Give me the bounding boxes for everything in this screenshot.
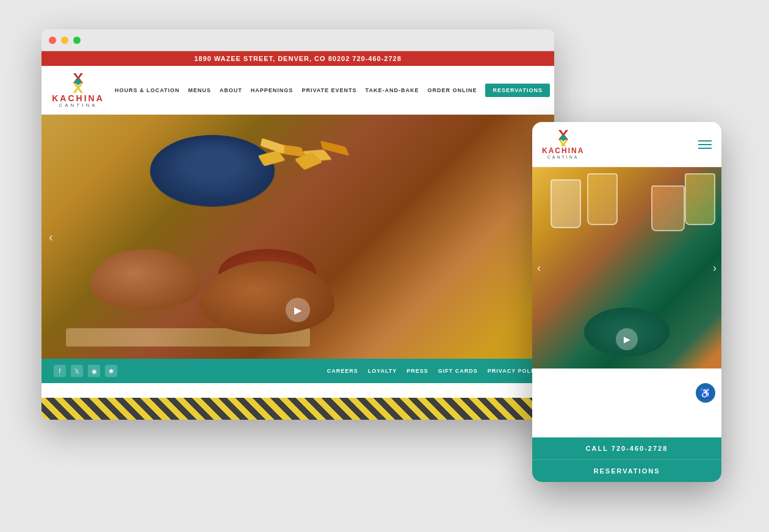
nav-links: HOURS & LOCATION MENUS ABOUT HAPPENINGS … <box>115 84 550 97</box>
mobile-next-button[interactable]: › <box>713 262 717 275</box>
mobile-call-button[interactable]: CALL 720-460-2728 <box>532 437 721 460</box>
logo-sub-desktop: CANTINA <box>59 102 97 108</box>
kachina-logo-icon <box>65 72 92 94</box>
nav-happenings[interactable]: HAPPENINGS <box>251 87 294 93</box>
desktop-footer: f 𝕏 ◉ ✱ CAREERS LOYALTY PRESS GIFT CARDS… <box>42 359 554 383</box>
main-nav: KACHINA CANTINA HOURS & LOCATION MENUS A… <box>42 66 554 115</box>
nav-order-online[interactable]: ORDER ONLINE <box>427 87 477 93</box>
close-dot[interactable] <box>49 37 56 44</box>
hero-play-button[interactable]: ▶ <box>286 298 310 322</box>
footer-links: CAREERS LOYALTY PRESS GIFT CARDS PRIVACY… <box>327 368 542 374</box>
yellow-construction-stripe <box>42 398 554 420</box>
footer-gift-cards[interactable]: GIFT CARDS <box>438 368 478 374</box>
drink-glass-4 <box>685 173 715 225</box>
desktop-browser: 1890 WAZEE STREET, DENVER, CO 80202 720-… <box>42 29 554 420</box>
nav-reservations-button[interactable]: RESERVATIONS <box>485 84 550 97</box>
desktop-logo[interactable]: KACHINA CANTINA <box>54 72 103 108</box>
announcement-text: 1890 WAZEE STREET, DENVER, CO 80202 720-… <box>194 55 402 62</box>
drink-glass-1 <box>551 179 581 228</box>
footer-press[interactable]: PRESS <box>406 368 428 374</box>
announcement-bar: 1890 WAZEE STREET, DENVER, CO 80202 720-… <box>42 51 554 66</box>
hamburger-line-2 <box>698 144 712 145</box>
twitter-icon[interactable]: 𝕏 <box>71 365 83 377</box>
yelp-icon[interactable]: ✱ <box>105 365 117 377</box>
hamburger-menu[interactable] <box>698 140 712 149</box>
scene: 1890 WAZEE STREET, DENVER, CO 80202 720-… <box>0 0 769 532</box>
social-icons: f 𝕏 ◉ ✱ <box>54 365 117 377</box>
nav-take-and-bake[interactable]: TAKE-AND-BAKE <box>366 87 419 93</box>
mobile-play-button[interactable]: ▶ <box>616 328 638 350</box>
accessibility-button[interactable]: ♿ <box>696 383 715 403</box>
mobile-logo-icon <box>552 129 574 146</box>
mobile-cta-area: CALL 720-460-2728 RESERVATIONS <box>532 437 721 482</box>
mobile-logo-sub: CANTINA <box>547 155 579 159</box>
footer-careers[interactable]: CAREERS <box>327 368 358 374</box>
hero-background <box>42 115 554 359</box>
accessibility-icon: ♿ <box>699 387 712 399</box>
footer-loyalty[interactable]: LOYALTY <box>368 368 397 374</box>
logo-name-desktop: KACHINA <box>52 94 104 102</box>
mobile-hero: ‹ › ▶ <box>532 167 721 368</box>
mobile-browser: KACHINA CANTINA ‹ › ▶ <box>532 122 721 482</box>
hero-overlay <box>42 115 554 359</box>
mobile-prev-button[interactable]: ‹ <box>537 262 541 275</box>
mobile-logo-name: KACHINA <box>542 146 584 155</box>
drink-glass-2 <box>587 173 618 225</box>
nav-hours[interactable]: HOURS & LOCATION <box>115 87 179 93</box>
mobile-reservations-button[interactable]: RESERVATIONS <box>532 460 721 482</box>
mobile-nav: KACHINA CANTINA <box>532 122 721 167</box>
instagram-icon[interactable]: ◉ <box>88 365 100 377</box>
minimize-dot[interactable] <box>61 37 68 44</box>
nav-private-events[interactable]: PRIVATE EVENTS <box>301 87 356 93</box>
hero-prev-button[interactable]: ‹ <box>49 230 53 244</box>
nav-menus[interactable]: MENUS <box>188 87 211 93</box>
browser-titlebar <box>42 29 554 51</box>
facebook-icon[interactable]: f <box>54 365 66 377</box>
nav-about[interactable]: ABOUT <box>220 87 242 93</box>
drink-glass-3 <box>651 185 685 231</box>
hamburger-line-1 <box>698 140 712 142</box>
browser-content: 1890 WAZEE STREET, DENVER, CO 80202 720-… <box>42 51 554 420</box>
maximize-dot[interactable] <box>73 37 81 44</box>
mobile-logo[interactable]: KACHINA CANTINA <box>542 129 584 159</box>
hamburger-line-3 <box>698 148 712 149</box>
desktop-hero: ‹ ▶ <box>42 115 554 359</box>
